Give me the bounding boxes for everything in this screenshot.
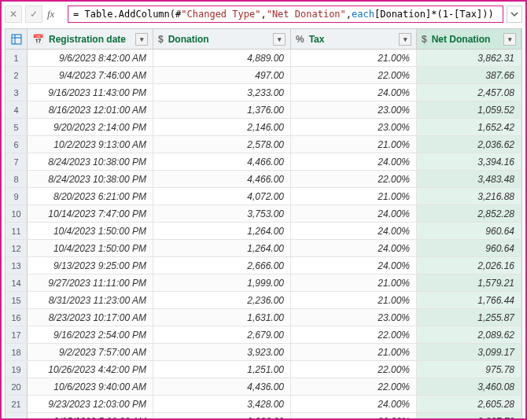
- column-header-net-donation[interactable]: $ Net Donation ▾: [417, 29, 521, 49]
- row-number[interactable]: 3: [6, 84, 28, 101]
- cell-donation[interactable]: 4,466.00: [153, 171, 291, 187]
- cell-net-donation[interactable]: 960.64: [417, 223, 521, 239]
- filter-dropdown-icon[interactable]: ▾: [503, 33, 516, 46]
- column-header-registration-date[interactable]: 📅 Registration date ▾: [28, 29, 153, 49]
- cell-tax[interactable]: 24.00%: [291, 240, 417, 256]
- column-header-tax[interactable]: % Tax ▾: [291, 29, 417, 49]
- cell-registration-date[interactable]: 10/6/2023 9:40:00 AM: [28, 378, 153, 395]
- table-row[interactable]: 78/24/2023 10:38:00 PM4,466.0024.00%3,39…: [6, 153, 521, 171]
- row-number[interactable]: 5: [6, 119, 28, 135]
- cell-net-donation[interactable]: 3,862.31: [417, 50, 521, 66]
- cell-net-donation[interactable]: 2,852.28: [417, 205, 521, 222]
- table-row[interactable]: 229/25/2023 5:38:00 AM3,036.0023.00%2,33…: [6, 413, 521, 420]
- table-row[interactable]: 219/23/2023 12:03:00 PM3,428.0024.00%2,6…: [6, 396, 521, 413]
- cell-net-donation[interactable]: 960.64: [417, 240, 521, 256]
- row-number[interactable]: 11: [6, 223, 28, 239]
- cell-donation[interactable]: 1,631.00: [153, 309, 291, 326]
- cell-tax[interactable]: 21.00%: [291, 136, 417, 153]
- cell-net-donation[interactable]: 975.78: [417, 361, 521, 378]
- cell-registration-date[interactable]: 9/16/2023 11:43:00 PM: [28, 84, 153, 101]
- formula-expand-button[interactable]: [507, 6, 522, 23]
- cell-registration-date[interactable]: 8/20/2023 6:21:00 PM: [28, 188, 153, 204]
- row-number[interactable]: 1: [6, 50, 28, 66]
- table-row[interactable]: 98/20/2023 6:21:00 PM4,072.0021.00%3,216…: [6, 188, 521, 205]
- table-row[interactable]: 168/23/2023 10:17:00 AM1,631.0023.00%1,2…: [6, 309, 521, 326]
- row-number[interactable]: 14: [6, 274, 28, 291]
- cell-donation[interactable]: 3,428.00: [153, 396, 291, 412]
- table-row[interactable]: 149/27/2023 11:11:00 PM1,999.0021.00%1,5…: [6, 274, 521, 292]
- cell-registration-date[interactable]: 9/23/2023 12:03:00 PM: [28, 396, 153, 412]
- cell-donation[interactable]: 2,578.00: [153, 136, 291, 153]
- cell-net-donation[interactable]: 1,652.42: [417, 119, 521, 135]
- cell-registration-date[interactable]: 9/27/2023 11:11:00 PM: [28, 274, 153, 291]
- table-row[interactable]: 39/16/2023 11:43:00 PM3,233.0024.00%2,45…: [6, 84, 521, 101]
- row-number[interactable]: 22: [6, 413, 28, 420]
- cell-net-donation[interactable]: 3,483.48: [417, 171, 521, 187]
- formula-input[interactable]: = Table.AddColumn(# "Changed Type" , "Ne…: [68, 6, 503, 23]
- cell-registration-date[interactable]: 10/4/2023 1:50:00 PM: [28, 223, 153, 239]
- row-number[interactable]: 15: [6, 292, 28, 308]
- cell-donation[interactable]: 3,233.00: [153, 84, 291, 101]
- cell-donation[interactable]: 1,264.00: [153, 240, 291, 256]
- row-number[interactable]: 7: [6, 153, 28, 170]
- cell-net-donation[interactable]: 2,605.28: [417, 396, 521, 412]
- cell-net-donation[interactable]: 2,337.72: [417, 413, 521, 420]
- cell-tax[interactable]: 24.00%: [291, 396, 417, 412]
- cell-tax[interactable]: 23.00%: [291, 413, 417, 420]
- table-row[interactable]: 2010/6/2023 9:40:00 AM4,436.0022.00%3,46…: [6, 378, 521, 396]
- table-row[interactable]: 158/31/2023 11:23:00 AM2,236.0021.00%1,7…: [6, 292, 521, 309]
- cell-registration-date[interactable]: 10/26/2023 4:42:00 PM: [28, 361, 153, 378]
- cell-donation[interactable]: 2,236.00: [153, 292, 291, 308]
- cell-tax[interactable]: 22.00%: [291, 171, 417, 187]
- cell-tax[interactable]: 21.00%: [291, 344, 417, 360]
- row-number[interactable]: 12: [6, 240, 28, 256]
- cell-net-donation[interactable]: 2,089.62: [417, 326, 521, 343]
- cell-registration-date[interactable]: 10/4/2023 1:50:00 PM: [28, 240, 153, 256]
- cell-donation[interactable]: 1,264.00: [153, 223, 291, 239]
- cell-donation[interactable]: 2,146.00: [153, 119, 291, 135]
- table-row[interactable]: 1010/14/2023 7:47:00 PM3,753.0024.00%2,8…: [6, 205, 521, 223]
- cell-tax[interactable]: 22.00%: [291, 67, 417, 83]
- table-row[interactable]: 179/16/2023 2:54:00 PM2,679.0022.00%2,08…: [6, 326, 521, 344]
- cell-donation[interactable]: 3,753.00: [153, 205, 291, 222]
- cell-registration-date[interactable]: 10/14/2023 7:47:00 PM: [28, 205, 153, 222]
- cell-tax[interactable]: 23.00%: [291, 101, 417, 118]
- cell-tax[interactable]: 22.00%: [291, 326, 417, 343]
- cell-registration-date[interactable]: 9/13/2023 9:25:00 PM: [28, 257, 153, 274]
- cell-net-donation[interactable]: 1,059.52: [417, 101, 521, 118]
- row-number[interactable]: 16: [6, 309, 28, 326]
- cell-tax[interactable]: 21.00%: [291, 50, 417, 66]
- table-row[interactable]: 1110/4/2023 1:50:00 PM1,264.0024.00%960.…: [6, 223, 521, 240]
- confirm-button[interactable]: ✓: [25, 6, 42, 23]
- cell-donation[interactable]: 1,251.00: [153, 361, 291, 378]
- cell-donation[interactable]: 2,679.00: [153, 326, 291, 343]
- cell-tax[interactable]: 22.00%: [291, 361, 417, 378]
- cell-registration-date[interactable]: 8/23/2023 10:17:00 AM: [28, 309, 153, 326]
- cell-net-donation[interactable]: 3,216.88: [417, 188, 521, 204]
- filter-dropdown-icon[interactable]: ▾: [273, 33, 286, 46]
- row-number[interactable]: 9: [6, 188, 28, 204]
- cell-net-donation[interactable]: 1,255.87: [417, 309, 521, 326]
- column-header-donation[interactable]: $ Donation ▾: [153, 29, 291, 49]
- cell-donation[interactable]: 3,923.00: [153, 344, 291, 360]
- cell-tax[interactable]: 21.00%: [291, 292, 417, 308]
- cell-donation[interactable]: 1,376.00: [153, 101, 291, 118]
- cell-tax[interactable]: 24.00%: [291, 223, 417, 239]
- cancel-button[interactable]: ✕: [5, 6, 22, 23]
- row-number[interactable]: 17: [6, 326, 28, 343]
- cell-registration-date[interactable]: 10/2/2023 9:13:00 AM: [28, 136, 153, 153]
- cell-donation[interactable]: 497.00: [153, 67, 291, 83]
- cell-net-donation[interactable]: 2,026.16: [417, 257, 521, 274]
- row-number[interactable]: 2: [6, 67, 28, 83]
- cell-net-donation[interactable]: 2,036.62: [417, 136, 521, 153]
- cell-donation[interactable]: 4,436.00: [153, 378, 291, 395]
- cell-tax[interactable]: 22.00%: [291, 378, 417, 395]
- cell-net-donation[interactable]: 3,460.08: [417, 378, 521, 395]
- table-row[interactable]: 59/20/2023 2:14:00 PM2,146.0023.00%1,652…: [6, 119, 521, 136]
- table-row[interactable]: 19/6/2023 8:42:00 AM4,889.0021.00%3,862.…: [6, 50, 521, 67]
- cell-net-donation[interactable]: 3,394.16: [417, 153, 521, 170]
- cell-registration-date[interactable]: 9/20/2023 2:14:00 PM: [28, 119, 153, 135]
- cell-donation[interactable]: 2,666.00: [153, 257, 291, 274]
- cell-donation[interactable]: 4,466.00: [153, 153, 291, 170]
- row-number[interactable]: 4: [6, 101, 28, 118]
